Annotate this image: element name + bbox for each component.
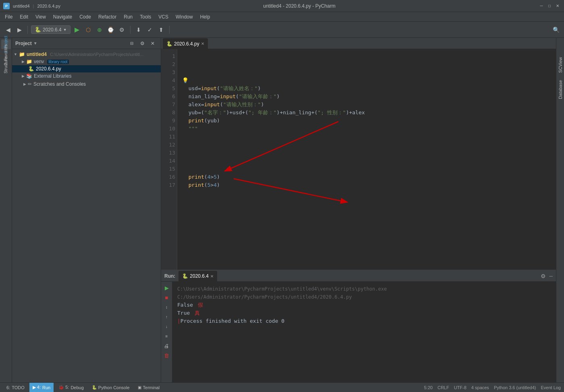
code-content[interactable]: 💡 usd=input("请输入姓名：") nian_ling=input("请…	[177, 49, 556, 270]
run-panel: Run: 🐍 2020.6.4 ✕ ⚙ ─ ▶ ■ ↕ ↑ ↓ ≡ 🖨	[161, 270, 556, 382]
run-button[interactable]: ▶	[72, 25, 82, 35]
code-line-1	[182, 52, 551, 60]
build-button[interactable]: ⚙	[117, 25, 127, 35]
ext-libs-icon: 📚	[26, 73, 32, 79]
run-output-false: False 假	[177, 301, 551, 309]
tree-external-libs[interactable]: ▶ 📚 External Libraries	[12, 72, 161, 80]
python-console-tab[interactable]: 🐍 Python Console	[89, 383, 133, 392]
minimize-button[interactable]: ─	[538, 3, 545, 9]
window-controls: ─ □ ✕	[538, 3, 561, 9]
editor-tab-file[interactable]: 🐍 2020.6.4.py ✕	[163, 38, 208, 49]
editor-run-container: 🐍 2020.6.4.py ✕ 1 2 3 4 5 6 7 8 9 10	[161, 38, 556, 382]
debug-tab-num: 🐞 5:	[58, 385, 69, 390]
line-num-7: 7	[163, 101, 175, 109]
menu-vcs[interactable]: VCS	[155, 13, 172, 21]
rerun-button[interactable]: ▶	[162, 283, 171, 292]
next-output-button[interactable]: ↓	[162, 322, 171, 331]
scroll-to-end-button[interactable]: ↕	[162, 303, 171, 312]
debug-tab-label: Debug	[70, 385, 83, 390]
lightbulb-icon: 💡	[182, 77, 189, 83]
run-minimize-button[interactable]: ─	[549, 273, 553, 279]
code-line-16: print(4>5)	[182, 173, 551, 181]
run-tab-name: 2020.6.4	[190, 273, 209, 279]
code-editor[interactable]: 1 2 3 4 5 6 7 8 9 10 11 12 13 14 15 16 1	[161, 49, 556, 270]
menu-code[interactable]: Code	[76, 13, 94, 21]
run-settings-icon[interactable]: ⚙	[541, 273, 546, 279]
run-with-coverage-button[interactable]: ⊕	[95, 25, 104, 35]
tree-scratches[interactable]: ▶ ✏ Scratches and Consoles	[12, 80, 161, 89]
search-everywhere-button[interactable]: 🔍	[551, 25, 561, 35]
toolbar-separator-1	[27, 26, 28, 34]
code-line-17: print(5>4)	[182, 181, 551, 189]
todo-tab[interactable]: 6: TODO	[3, 383, 28, 392]
python-console-icon: 🐍	[92, 385, 97, 390]
vcs-push-button[interactable]: ⬆	[156, 25, 166, 35]
run-toolbar: ▶ ■ ↕ ↑ ↓ ≡ 🖨 🗑	[161, 282, 172, 382]
terminal-icon: ▣	[138, 385, 141, 390]
exit-arrow: |	[177, 318, 180, 324]
tree-py-file[interactable]: 🐍 2020.6.4.py	[12, 65, 161, 72]
settings-button[interactable]: ⚙	[137, 39, 147, 48]
menu-help[interactable]: Help	[197, 13, 214, 21]
menu-run[interactable]: Run	[120, 13, 136, 21]
run-tab-close-button[interactable]: ✕	[210, 274, 214, 279]
tree-root[interactable]: ▼ 📁 untitled4 C:\Users\Administrator\Pyc…	[12, 51, 161, 58]
tab-py-icon: 🐍	[166, 41, 172, 47]
window-title: untitled4 - 2020.6.4.py - PyCharm	[64, 3, 535, 9]
menu-window[interactable]: Window	[172, 13, 196, 21]
py-file-name: 2020.6.4.py	[36, 66, 61, 72]
line-num-1: 1	[163, 52, 175, 60]
toolbar-forward-button[interactable]: ▶	[15, 25, 24, 35]
run-output-true: True 真	[177, 309, 551, 317]
menu-edit[interactable]: Edit	[17, 13, 31, 21]
line-num-11: 11	[163, 133, 175, 141]
vcs-commit-button[interactable]: ✓	[145, 25, 155, 35]
database-tab[interactable]: Database	[557, 77, 564, 102]
debug-button[interactable]: ⬡	[83, 25, 93, 35]
tree-venv[interactable]: ▶ 📁 venv library root	[12, 58, 161, 65]
venv-expand-arrow[interactable]: ▶	[22, 60, 25, 64]
code-line-10: """	[182, 125, 551, 133]
menu-file[interactable]: File	[2, 13, 16, 21]
project-panel-title: Project	[15, 41, 32, 46]
print-button[interactable]: 🖨	[162, 341, 171, 350]
terminal-label: Terminal	[143, 385, 160, 390]
line-num-9: 9	[163, 117, 175, 125]
line-num-14: 14	[163, 157, 175, 165]
line-num-5: 5	[163, 85, 175, 93]
run-panel-body: ▶ ■ ↕ ↑ ↓ ≡ 🖨 🗑 C:\Users\Administrator\P…	[161, 282, 556, 382]
run-config-selector[interactable]: 🐍 2020.6.4 ▼	[31, 25, 70, 34]
menu-refactor[interactable]: Refactor	[95, 13, 120, 21]
close-button[interactable]: ✕	[554, 3, 561, 9]
stop-button[interactable]: ■	[162, 293, 171, 302]
clear-output-button[interactable]: 🗑	[162, 351, 171, 360]
root-expand-arrow[interactable]: ▼	[14, 52, 17, 56]
toolbar-back-button[interactable]: ◀	[3, 25, 13, 35]
previous-output-button[interactable]: ↑	[162, 312, 171, 321]
run-tab-bottom[interactable]: ▶ 4: Run	[29, 383, 54, 392]
scratches-expand-arrow[interactable]: ▶	[23, 82, 26, 86]
soft-wrap-button[interactable]: ≡	[162, 332, 171, 340]
vcs-update-button[interactable]: ⬇	[134, 25, 143, 35]
maximize-button[interactable]: □	[546, 3, 553, 9]
debug-tab[interactable]: 🐞 5: Debug	[55, 383, 87, 392]
ext-expand-arrow[interactable]: ▶	[22, 74, 25, 78]
run-tab-active[interactable]: 🐍 2020.6.4 ✕	[178, 271, 217, 281]
menu-navigate[interactable]: Navigate	[50, 13, 75, 21]
scm-tab[interactable]: SCView	[557, 54, 564, 76]
code-line-6: nian_ling=input("请输入年龄：")	[182, 93, 551, 101]
collapse-all-button[interactable]: ⊟	[127, 39, 137, 48]
terminal-tab[interactable]: ▣ Terminal	[135, 383, 163, 392]
menu-view[interactable]: View	[32, 13, 49, 21]
event-log-button[interactable]: Event Log	[541, 385, 561, 390]
line-num-4: 4	[163, 76, 175, 85]
menu-tools[interactable]: Tools	[137, 13, 154, 21]
run-exit-message: |Process finished with exit code 0	[177, 317, 551, 325]
python-console-label: Python Console	[98, 385, 130, 390]
right-sidebar: SCView Database	[556, 38, 564, 382]
code-line-14	[182, 157, 551, 165]
profile-button[interactable]: ⌚	[106, 25, 116, 35]
hide-panel-button[interactable]: ✕	[148, 39, 158, 48]
structure-toggle[interactable]: Structure	[1, 60, 11, 70]
tab-close-button[interactable]: ✕	[201, 41, 204, 46]
